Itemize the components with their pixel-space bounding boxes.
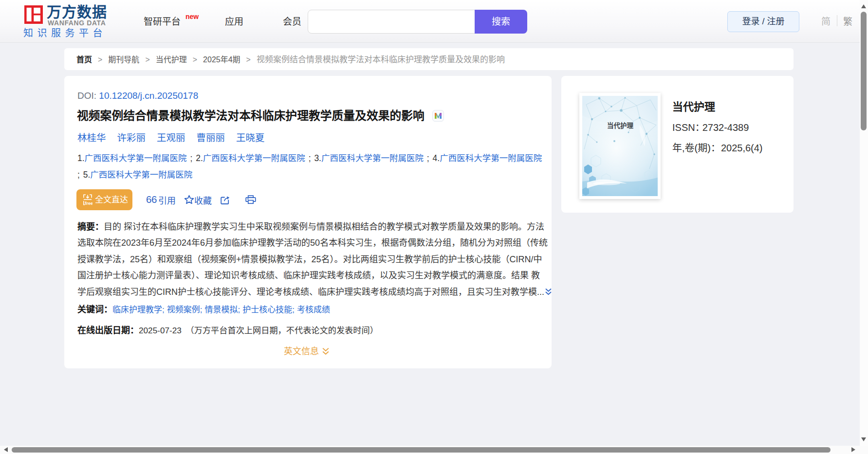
svg-text:当代护理: 当代护理 xyxy=(607,122,633,129)
svg-text:free: free xyxy=(85,201,92,205)
